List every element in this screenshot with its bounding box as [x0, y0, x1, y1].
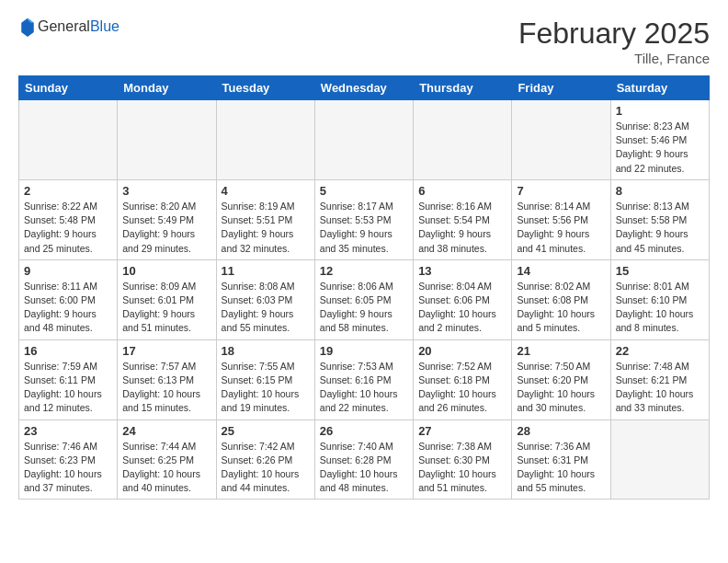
col-friday: Friday: [512, 76, 610, 100]
calendar-cell: 12Sunrise: 8:06 AM Sunset: 6:05 PM Dayli…: [314, 259, 413, 339]
day-info: Sunrise: 7:42 AM Sunset: 6:26 PM Dayligh…: [222, 440, 310, 496]
calendar-cell: 24Sunrise: 7:44 AM Sunset: 6:25 PM Dayli…: [118, 419, 216, 500]
day-info: Sunrise: 8:02 AM Sunset: 6:08 PM Dayligh…: [517, 280, 605, 336]
day-number: 2: [24, 184, 112, 198]
day-info: Sunrise: 8:09 AM Sunset: 6:01 PM Dayligh…: [122, 280, 210, 336]
day-number: 18: [222, 344, 310, 358]
col-sunday: Sunday: [19, 76, 118, 100]
col-thursday: Thursday: [414, 76, 512, 100]
calendar-cell: [216, 100, 314, 180]
calendar-header-row: Sunday Monday Tuesday Wednesday Thursday…: [19, 76, 710, 100]
calendar-cell: 26Sunrise: 7:40 AM Sunset: 6:28 PM Dayli…: [314, 419, 413, 500]
day-info: Sunrise: 7:36 AM Sunset: 6:31 PM Dayligh…: [517, 440, 605, 496]
calendar-cell: 10Sunrise: 8:09 AM Sunset: 6:01 PM Dayli…: [118, 259, 216, 339]
day-number: 26: [320, 424, 408, 438]
calendar-cell: [118, 100, 216, 180]
location: Tille, France: [518, 51, 710, 66]
day-info: Sunrise: 8:11 AM Sunset: 6:00 PM Dayligh…: [24, 280, 112, 336]
day-number: 5: [320, 184, 408, 198]
day-info: Sunrise: 8:14 AM Sunset: 5:56 PM Dayligh…: [517, 200, 605, 256]
day-info: Sunrise: 7:48 AM Sunset: 6:21 PM Dayligh…: [616, 360, 704, 416]
day-number: 14: [517, 264, 605, 278]
page: GeneralBlue February 2025 Tille, France …: [0, 0, 728, 509]
month-title: February 2025: [518, 17, 710, 51]
calendar-cell: [512, 100, 610, 180]
calendar-cell: 21Sunrise: 7:50 AM Sunset: 6:20 PM Dayli…: [512, 339, 610, 419]
title-block: February 2025 Tille, France: [518, 17, 710, 66]
day-number: 20: [418, 344, 506, 358]
calendar-cell: 8Sunrise: 8:13 AM Sunset: 5:58 PM Daylig…: [610, 179, 709, 259]
day-number: 25: [222, 424, 310, 438]
day-number: 9: [24, 264, 112, 278]
day-number: 24: [122, 424, 210, 438]
day-number: 10: [122, 264, 210, 278]
day-number: 23: [24, 424, 112, 438]
calendar-cell: 27Sunrise: 7:38 AM Sunset: 6:30 PM Dayli…: [414, 419, 512, 500]
col-monday: Monday: [118, 76, 216, 100]
day-info: Sunrise: 8:17 AM Sunset: 5:53 PM Dayligh…: [320, 200, 408, 256]
day-info: Sunrise: 8:04 AM Sunset: 6:06 PM Dayligh…: [418, 280, 506, 336]
calendar-cell: 13Sunrise: 8:04 AM Sunset: 6:06 PM Dayli…: [414, 259, 512, 339]
calendar-cell: 18Sunrise: 7:55 AM Sunset: 6:15 PM Dayli…: [216, 339, 314, 419]
day-info: Sunrise: 7:52 AM Sunset: 6:18 PM Dayligh…: [418, 360, 506, 416]
day-number: 6: [418, 184, 506, 198]
logo-general-text: General: [38, 18, 90, 34]
calendar-cell: 9Sunrise: 8:11 AM Sunset: 6:00 PM Daylig…: [19, 259, 118, 339]
day-info: Sunrise: 7:50 AM Sunset: 6:20 PM Dayligh…: [517, 360, 605, 416]
day-info: Sunrise: 7:57 AM Sunset: 6:13 PM Dayligh…: [122, 360, 210, 416]
day-info: Sunrise: 8:16 AM Sunset: 5:54 PM Dayligh…: [418, 200, 506, 256]
col-wednesday: Wednesday: [314, 76, 413, 100]
day-number: 11: [222, 264, 310, 278]
logo-blue-text: Blue: [90, 18, 119, 34]
calendar-cell: 4Sunrise: 8:19 AM Sunset: 5:51 PM Daylig…: [216, 179, 314, 259]
calendar-cell: 16Sunrise: 7:59 AM Sunset: 6:11 PM Dayli…: [19, 339, 118, 419]
day-info: Sunrise: 8:13 AM Sunset: 5:58 PM Dayligh…: [616, 200, 704, 256]
day-number: 4: [222, 184, 310, 198]
day-number: 13: [418, 264, 506, 278]
calendar-cell: 6Sunrise: 8:16 AM Sunset: 5:54 PM Daylig…: [414, 179, 512, 259]
day-number: 19: [320, 344, 408, 358]
day-number: 21: [517, 344, 605, 358]
day-info: Sunrise: 8:01 AM Sunset: 6:10 PM Dayligh…: [616, 280, 704, 336]
day-info: Sunrise: 8:20 AM Sunset: 5:49 PM Dayligh…: [122, 200, 210, 256]
calendar-cell: 3Sunrise: 8:20 AM Sunset: 5:49 PM Daylig…: [118, 179, 216, 259]
day-info: Sunrise: 7:46 AM Sunset: 6:23 PM Dayligh…: [24, 440, 112, 496]
calendar-cell: [314, 100, 413, 180]
col-tuesday: Tuesday: [216, 76, 314, 100]
day-info: Sunrise: 8:08 AM Sunset: 6:03 PM Dayligh…: [222, 280, 310, 336]
day-number: 16: [24, 344, 112, 358]
day-info: Sunrise: 7:55 AM Sunset: 6:15 PM Dayligh…: [222, 360, 310, 416]
day-number: 7: [517, 184, 605, 198]
calendar-week-row: 16Sunrise: 7:59 AM Sunset: 6:11 PM Dayli…: [19, 339, 710, 419]
calendar-cell: 25Sunrise: 7:42 AM Sunset: 6:26 PM Dayli…: [216, 419, 314, 500]
header: GeneralBlue February 2025 Tille, France: [18, 17, 710, 66]
day-info: Sunrise: 7:40 AM Sunset: 6:28 PM Dayligh…: [320, 440, 408, 496]
day-number: 8: [616, 184, 704, 198]
day-number: 28: [517, 424, 605, 438]
day-number: 1: [616, 104, 704, 118]
day-info: Sunrise: 7:59 AM Sunset: 6:11 PM Dayligh…: [24, 360, 112, 416]
calendar-week-row: 2Sunrise: 8:22 AM Sunset: 5:48 PM Daylig…: [19, 179, 710, 259]
logo: GeneralBlue: [18, 17, 119, 37]
calendar-cell: [414, 100, 512, 180]
calendar-cell: 19Sunrise: 7:53 AM Sunset: 6:16 PM Dayli…: [314, 339, 413, 419]
day-info: Sunrise: 8:06 AM Sunset: 6:05 PM Dayligh…: [320, 280, 408, 336]
calendar-cell: [610, 419, 709, 500]
calendar-week-row: 1Sunrise: 8:23 AM Sunset: 5:46 PM Daylig…: [19, 100, 710, 180]
day-info: Sunrise: 7:38 AM Sunset: 6:30 PM Dayligh…: [418, 440, 506, 496]
calendar-cell: 5Sunrise: 8:17 AM Sunset: 5:53 PM Daylig…: [314, 179, 413, 259]
calendar-cell: 15Sunrise: 8:01 AM Sunset: 6:10 PM Dayli…: [610, 259, 709, 339]
calendar-cell: 14Sunrise: 8:02 AM Sunset: 6:08 PM Dayli…: [512, 259, 610, 339]
calendar-cell: 2Sunrise: 8:22 AM Sunset: 5:48 PM Daylig…: [19, 179, 118, 259]
calendar-cell: 20Sunrise: 7:52 AM Sunset: 6:18 PM Dayli…: [414, 339, 512, 419]
calendar-week-row: 9Sunrise: 8:11 AM Sunset: 6:00 PM Daylig…: [19, 259, 710, 339]
calendar: Sunday Monday Tuesday Wednesday Thursday…: [18, 75, 710, 500]
day-number: 22: [616, 344, 704, 358]
day-info: Sunrise: 8:19 AM Sunset: 5:51 PM Dayligh…: [222, 200, 310, 256]
day-info: Sunrise: 8:22 AM Sunset: 5:48 PM Dayligh…: [24, 200, 112, 256]
calendar-cell: [19, 100, 118, 180]
day-info: Sunrise: 7:44 AM Sunset: 6:25 PM Dayligh…: [122, 440, 210, 496]
day-number: 15: [616, 264, 704, 278]
calendar-cell: 22Sunrise: 7:48 AM Sunset: 6:21 PM Dayli…: [610, 339, 709, 419]
day-number: 27: [418, 424, 506, 438]
